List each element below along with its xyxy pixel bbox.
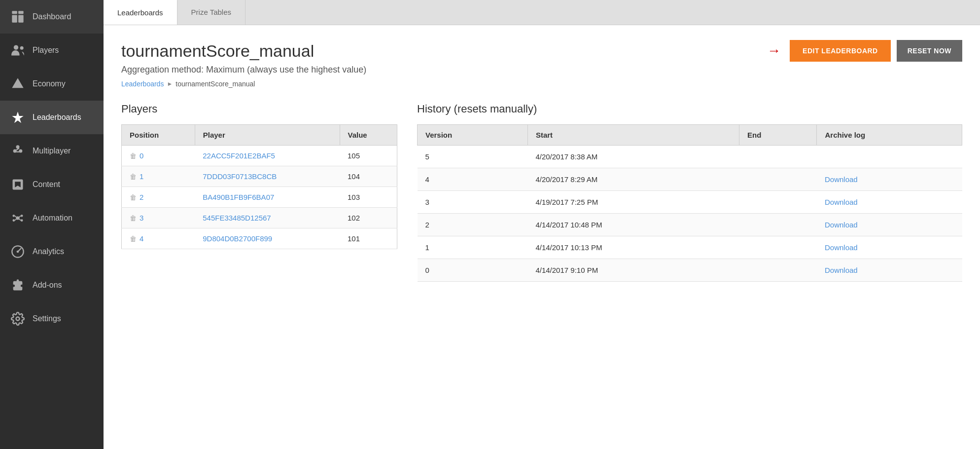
- sidebar-item-content[interactable]: Content: [0, 168, 104, 201]
- reset-now-button[interactable]: RESET NOW: [897, 40, 962, 62]
- player-value-cell: 102: [340, 208, 397, 228]
- player-value-cell: 103: [340, 187, 397, 208]
- breadcrumb-current: tournamentScore_manual: [175, 80, 255, 88]
- sidebar-label-analytics: Analytics: [33, 247, 64, 256]
- table-row: 2 4/14/2017 10:48 PM Download: [418, 214, 962, 236]
- svg-line-18: [19, 216, 21, 218]
- sidebar-label-players: Players: [33, 46, 59, 55]
- svg-marker-6: [12, 78, 23, 88]
- players-section-title: Players: [121, 103, 397, 115]
- economy-icon: [10, 76, 26, 92]
- sidebar-item-economy[interactable]: Economy: [0, 67, 104, 101]
- position-link[interactable]: 2: [140, 193, 143, 201]
- position-link[interactable]: 1: [140, 172, 143, 181]
- player-value-cell: 105: [340, 146, 397, 166]
- table-row: 5 4/20/2017 8:38 AM: [418, 146, 962, 168]
- history-archive-cell: [817, 146, 962, 168]
- sidebar-item-leaderboards[interactable]: Leaderboards: [0, 101, 104, 134]
- download-link[interactable]: Download: [825, 243, 858, 252]
- multiplayer-icon: [10, 143, 26, 159]
- sidebar-item-settings[interactable]: Settings: [0, 302, 104, 336]
- sidebar-item-players[interactable]: Players: [0, 34, 104, 67]
- svg-rect-1: [18, 11, 23, 14]
- svg-line-17: [15, 216, 17, 218]
- history-end-cell: [739, 236, 817, 259]
- settings-icon: [10, 311, 26, 327]
- svg-point-4: [14, 45, 18, 50]
- main-content: Leaderboards Prize Tables tournamentScor…: [104, 0, 980, 449]
- sidebar-item-automation[interactable]: Automation: [0, 201, 104, 235]
- download-link[interactable]: Download: [825, 266, 858, 274]
- position-link[interactable]: 3: [140, 214, 143, 222]
- tab-prize-tables[interactable]: Prize Tables: [177, 0, 245, 25]
- position-link[interactable]: 0: [140, 151, 143, 160]
- history-end-cell: [739, 191, 817, 214]
- tab-bar: Leaderboards Prize Tables: [104, 0, 980, 25]
- history-end-cell: [739, 259, 817, 282]
- svg-point-23: [16, 317, 20, 321]
- table-row: 1 4/14/2017 10:13 PM Download: [418, 236, 962, 259]
- col-position: Position: [122, 125, 195, 146]
- delete-icon[interactable]: 🗑: [130, 214, 137, 222]
- history-archive-cell: Download: [817, 236, 962, 259]
- position-link[interactable]: 4: [140, 234, 143, 243]
- sidebar-item-analytics[interactable]: Analytics: [0, 235, 104, 268]
- player-link[interactable]: 7DDD03F0713BC8CB: [203, 172, 277, 181]
- svg-point-14: [21, 215, 23, 217]
- history-start-cell: 4/19/2017 7:25 PM: [527, 191, 739, 214]
- svg-line-20: [19, 219, 21, 221]
- download-link[interactable]: Download: [825, 198, 858, 206]
- player-link[interactable]: BA490B1FB9F6BA07: [203, 193, 274, 201]
- col-archive-log: Archive log: [817, 125, 962, 146]
- table-row: 🗑 3 545FE33485D12567 102: [122, 208, 397, 228]
- tab-leaderboards[interactable]: Leaderboards: [104, 0, 177, 25]
- history-end-cell: [739, 168, 817, 191]
- edit-leaderboard-button[interactable]: EDIT LEADERBOARD: [790, 40, 891, 62]
- download-link[interactable]: Download: [825, 221, 858, 229]
- history-version-cell: 5: [418, 146, 528, 168]
- table-row: 0 4/14/2017 9:10 PM Download: [418, 259, 962, 282]
- player-link[interactable]: 22ACC5F201E2BAF5: [203, 151, 275, 160]
- history-version-cell: 2: [418, 214, 528, 236]
- history-start-cell: 4/20/2017 8:38 AM: [527, 146, 739, 168]
- history-table-header: Version Start End Archive log: [418, 125, 962, 146]
- delete-icon[interactable]: 🗑: [130, 235, 137, 243]
- history-archive-cell: Download: [817, 214, 962, 236]
- player-link[interactable]: 9D804D0B2700F899: [203, 234, 272, 243]
- history-version-cell: 3: [418, 191, 528, 214]
- sidebar-item-dashboard[interactable]: Dashboard: [0, 0, 104, 34]
- header-buttons: → EDIT LEADERBOARD RESET NOW: [767, 40, 962, 62]
- col-end: End: [739, 125, 817, 146]
- delete-icon[interactable]: 🗑: [130, 152, 137, 160]
- svg-point-13: [13, 215, 15, 217]
- delete-icon[interactable]: 🗑: [130, 193, 137, 201]
- content-icon: [10, 177, 26, 192]
- aggregation-method: Aggregation method: Maximum (always use …: [121, 65, 962, 75]
- sidebar-item-multiplayer[interactable]: Multiplayer: [0, 134, 104, 168]
- col-start: Start: [527, 125, 739, 146]
- players-section: Players Position Player Value 🗑 0: [121, 103, 397, 282]
- player-position-cell: 🗑 4: [122, 228, 195, 249]
- history-start-cell: 4/14/2017 10:13 PM: [527, 236, 739, 259]
- svg-line-19: [15, 219, 17, 221]
- two-column-layout: Players Position Player Value 🗑 0: [121, 103, 962, 282]
- delete-icon[interactable]: 🗑: [130, 173, 137, 181]
- col-value: Value: [340, 125, 397, 146]
- svg-point-15: [13, 219, 15, 222]
- col-player: Player: [195, 125, 340, 146]
- player-link[interactable]: 545FE33485D12567: [203, 214, 271, 222]
- automation-icon: [10, 210, 26, 226]
- addons-icon: [10, 277, 26, 293]
- history-version-cell: 0: [418, 259, 528, 282]
- dashboard-icon: [10, 9, 26, 25]
- leaderboards-icon: [10, 110, 26, 125]
- table-row: 🗑 2 BA490B1FB9F6BA07 103: [122, 187, 397, 208]
- history-section: History (resets manually) Version Start …: [417, 103, 962, 282]
- table-row: 🗑 1 7DDD03F0713BC8CB 104: [122, 166, 397, 187]
- sidebar-label-multiplayer: Multiplayer: [33, 147, 70, 155]
- download-link[interactable]: Download: [825, 175, 858, 184]
- col-version: Version: [418, 125, 528, 146]
- sidebar-item-addons[interactable]: Add-ons: [0, 268, 104, 302]
- breadcrumb-root[interactable]: Leaderboards: [121, 80, 164, 88]
- sidebar-label-economy: Economy: [33, 79, 66, 88]
